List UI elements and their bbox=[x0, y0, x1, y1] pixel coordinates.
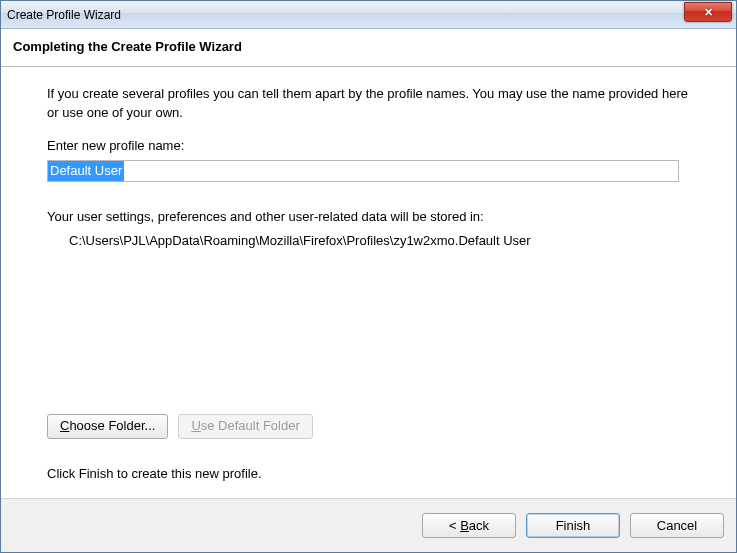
window-title: Create Profile Wizard bbox=[7, 8, 121, 22]
profile-name-label: Enter new profile name: bbox=[47, 137, 690, 156]
profile-name-value: Default User bbox=[48, 161, 124, 181]
wizard-window: Create Profile Wizard ✕ Completing the C… bbox=[0, 0, 737, 553]
close-button[interactable]: ✕ bbox=[684, 2, 732, 22]
wizard-footer: < Back Finish Cancel bbox=[1, 498, 736, 552]
choose-folder-button[interactable]: Choose Folder... bbox=[47, 414, 168, 439]
back-button[interactable]: < Back bbox=[422, 513, 516, 538]
wizard-header: Completing the Create Profile Wizard bbox=[1, 29, 736, 67]
storage-message: Your user settings, preferences and othe… bbox=[47, 208, 690, 227]
titlebar: Create Profile Wizard ✕ bbox=[1, 1, 736, 29]
cancel-button[interactable]: Cancel bbox=[630, 513, 724, 538]
close-icon: ✕ bbox=[704, 7, 713, 18]
finish-button[interactable]: Finish bbox=[526, 513, 620, 538]
intro-text: If you create several profiles you can t… bbox=[47, 85, 690, 123]
use-default-folder-button: Use Default Folder bbox=[178, 414, 312, 439]
storage-path: C:\Users\PJL\AppData\Roaming\Mozilla\Fir… bbox=[47, 232, 690, 251]
folder-button-row: Choose Folder... Use Default Folder bbox=[47, 414, 690, 439]
finish-note: Click Finish to create this new profile. bbox=[47, 465, 690, 484]
wizard-content: If you create several profiles you can t… bbox=[1, 67, 736, 498]
profile-name-input[interactable]: Default User bbox=[47, 160, 679, 182]
wizard-header-title: Completing the Create Profile Wizard bbox=[13, 39, 724, 54]
